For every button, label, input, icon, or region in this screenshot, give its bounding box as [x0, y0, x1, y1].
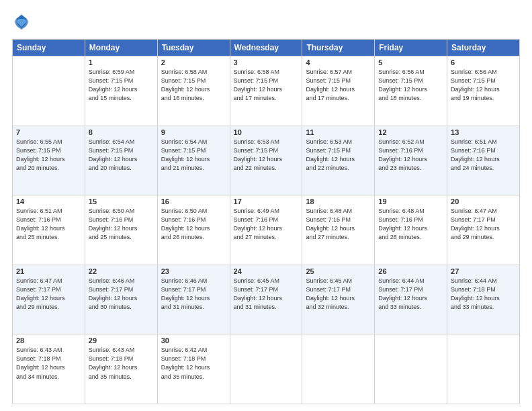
day-info: Sunrise: 6:43 AM Sunset: 7:18 PM Dayligh…: [16, 346, 81, 381]
day-number: 3: [234, 58, 299, 66]
day-info: Sunrise: 6:50 AM Sunset: 7:16 PM Dayligh…: [161, 207, 226, 242]
calendar-cell: 10Sunrise: 6:53 AM Sunset: 7:15 PM Dayli…: [230, 126, 302, 195]
col-friday: Friday: [375, 40, 447, 56]
calendar-cell: 2Sunrise: 6:58 AM Sunset: 7:15 PM Daylig…: [157, 56, 230, 126]
calendar-cell: 3Sunrise: 6:58 AM Sunset: 7:15 PM Daylig…: [230, 56, 302, 126]
calendar-cell: 19Sunrise: 6:48 AM Sunset: 7:16 PM Dayli…: [375, 195, 447, 265]
col-saturday: Saturday: [447, 40, 520, 56]
day-info: Sunrise: 6:46 AM Sunset: 7:17 PM Dayligh…: [161, 277, 226, 312]
calendar-cell: 13Sunrise: 6:51 AM Sunset: 7:16 PM Dayli…: [447, 126, 520, 195]
day-number: 6: [451, 58, 516, 66]
day-info: Sunrise: 6:45 AM Sunset: 7:17 PM Dayligh…: [306, 277, 371, 312]
calendar-cell: 5Sunrise: 6:56 AM Sunset: 7:15 PM Daylig…: [375, 56, 447, 126]
page: Sunday Monday Tuesday Wednesday Thursday…: [0, 0, 532, 411]
logo: [12, 12, 34, 31]
day-info: Sunrise: 6:57 AM Sunset: 7:15 PM Dayligh…: [306, 68, 371, 103]
calendar-cell: 16Sunrise: 6:50 AM Sunset: 7:16 PM Dayli…: [157, 195, 230, 265]
calendar-cell: 22Sunrise: 6:46 AM Sunset: 7:17 PM Dayli…: [85, 265, 157, 334]
calendar-cell: 6Sunrise: 6:56 AM Sunset: 7:15 PM Daylig…: [447, 56, 520, 126]
day-number: 29: [89, 336, 154, 345]
day-info: Sunrise: 6:58 AM Sunset: 7:15 PM Dayligh…: [234, 68, 299, 103]
calendar-cell: 14Sunrise: 6:51 AM Sunset: 7:16 PM Dayli…: [13, 195, 85, 265]
calendar-cell: 15Sunrise: 6:50 AM Sunset: 7:16 PM Dayli…: [85, 195, 157, 265]
day-number: 14: [16, 197, 81, 205]
day-number: 1: [89, 58, 154, 66]
calendar-cell: 25Sunrise: 6:45 AM Sunset: 7:17 PM Dayli…: [302, 265, 375, 334]
day-number: 9: [161, 128, 226, 136]
day-number: 8: [89, 128, 154, 136]
day-info: Sunrise: 6:54 AM Sunset: 7:15 PM Dayligh…: [161, 138, 226, 173]
day-info: Sunrise: 6:47 AM Sunset: 7:17 PM Dayligh…: [16, 277, 81, 312]
day-info: Sunrise: 6:59 AM Sunset: 7:15 PM Dayligh…: [89, 68, 154, 103]
calendar-cell: 1Sunrise: 6:59 AM Sunset: 7:15 PM Daylig…: [85, 56, 157, 126]
day-number: 15: [89, 197, 154, 205]
day-number: 4: [306, 58, 371, 66]
day-number: 30: [161, 336, 226, 345]
calendar-cell: 21Sunrise: 6:47 AM Sunset: 7:17 PM Dayli…: [13, 265, 85, 334]
day-number: 7: [16, 128, 81, 136]
calendar-cell: 11Sunrise: 6:53 AM Sunset: 7:15 PM Dayli…: [302, 126, 375, 195]
day-number: 24: [234, 267, 299, 275]
day-info: Sunrise: 6:53 AM Sunset: 7:15 PM Dayligh…: [306, 138, 371, 173]
day-number: 12: [378, 128, 443, 136]
day-number: 20: [451, 197, 516, 205]
calendar-cell: 12Sunrise: 6:52 AM Sunset: 7:16 PM Dayli…: [375, 126, 447, 195]
calendar-cell: 27Sunrise: 6:44 AM Sunset: 7:18 PM Dayli…: [447, 265, 520, 334]
day-number: 27: [451, 267, 516, 275]
calendar-cell: 26Sunrise: 6:44 AM Sunset: 7:17 PM Dayli…: [375, 265, 447, 334]
day-number: 22: [89, 267, 154, 275]
calendar-cell: [302, 334, 375, 404]
calendar-cell: 30Sunrise: 6:42 AM Sunset: 7:18 PM Dayli…: [157, 334, 230, 404]
calendar-table: Sunday Monday Tuesday Wednesday Thursday…: [12, 39, 520, 404]
week-row-4: 21Sunrise: 6:47 AM Sunset: 7:17 PM Dayli…: [13, 265, 520, 334]
day-info: Sunrise: 6:48 AM Sunset: 7:16 PM Dayligh…: [306, 207, 371, 242]
day-info: Sunrise: 6:55 AM Sunset: 7:15 PM Dayligh…: [16, 138, 81, 173]
week-row-3: 14Sunrise: 6:51 AM Sunset: 7:16 PM Dayli…: [13, 195, 520, 265]
day-number: 17: [234, 197, 299, 205]
day-info: Sunrise: 6:56 AM Sunset: 7:15 PM Dayligh…: [378, 68, 443, 103]
day-info: Sunrise: 6:44 AM Sunset: 7:18 PM Dayligh…: [451, 277, 516, 312]
day-number: 16: [161, 197, 226, 205]
col-monday: Monday: [85, 40, 157, 56]
day-number: 5: [378, 58, 443, 66]
calendar-cell: 18Sunrise: 6:48 AM Sunset: 7:16 PM Dayli…: [302, 195, 375, 265]
day-info: Sunrise: 6:50 AM Sunset: 7:16 PM Dayligh…: [89, 207, 154, 242]
calendar-cell: 23Sunrise: 6:46 AM Sunset: 7:17 PM Dayli…: [157, 265, 230, 334]
col-thursday: Thursday: [302, 40, 375, 56]
day-info: Sunrise: 6:43 AM Sunset: 7:18 PM Dayligh…: [89, 346, 154, 381]
calendar-cell: 9Sunrise: 6:54 AM Sunset: 7:15 PM Daylig…: [157, 126, 230, 195]
day-info: Sunrise: 6:51 AM Sunset: 7:16 PM Dayligh…: [16, 207, 81, 242]
day-number: 21: [16, 267, 81, 275]
day-info: Sunrise: 6:45 AM Sunset: 7:17 PM Dayligh…: [234, 277, 299, 312]
day-info: Sunrise: 6:47 AM Sunset: 7:17 PM Dayligh…: [451, 207, 516, 242]
calendar-cell: 17Sunrise: 6:49 AM Sunset: 7:16 PM Dayli…: [230, 195, 302, 265]
day-number: 11: [306, 128, 371, 136]
calendar-cell: [375, 334, 447, 404]
col-tuesday: Tuesday: [157, 40, 230, 56]
col-wednesday: Wednesday: [230, 40, 302, 56]
logo-icon: [12, 12, 31, 31]
day-number: 26: [378, 267, 443, 275]
week-row-2: 7Sunrise: 6:55 AM Sunset: 7:15 PM Daylig…: [13, 126, 520, 195]
day-info: Sunrise: 6:44 AM Sunset: 7:17 PM Dayligh…: [378, 277, 443, 312]
header-row: Sunday Monday Tuesday Wednesday Thursday…: [13, 40, 520, 56]
day-number: 23: [161, 267, 226, 275]
calendar-cell: [447, 334, 520, 404]
day-number: 18: [306, 197, 371, 205]
day-number: 28: [16, 336, 81, 345]
header: [12, 12, 520, 31]
day-info: Sunrise: 6:53 AM Sunset: 7:15 PM Dayligh…: [234, 138, 299, 173]
day-info: Sunrise: 6:54 AM Sunset: 7:15 PM Dayligh…: [89, 138, 154, 173]
day-number: 19: [378, 197, 443, 205]
week-row-5: 28Sunrise: 6:43 AM Sunset: 7:18 PM Dayli…: [13, 334, 520, 404]
week-row-1: 1Sunrise: 6:59 AM Sunset: 7:15 PM Daylig…: [13, 56, 520, 126]
calendar-cell: 20Sunrise: 6:47 AM Sunset: 7:17 PM Dayli…: [447, 195, 520, 265]
day-number: 10: [234, 128, 299, 136]
calendar-cell: 28Sunrise: 6:43 AM Sunset: 7:18 PM Dayli…: [13, 334, 85, 404]
day-info: Sunrise: 6:42 AM Sunset: 7:18 PM Dayligh…: [161, 346, 226, 381]
day-number: 25: [306, 267, 371, 275]
col-sunday: Sunday: [13, 40, 85, 56]
day-info: Sunrise: 6:48 AM Sunset: 7:16 PM Dayligh…: [378, 207, 443, 242]
calendar-cell: 24Sunrise: 6:45 AM Sunset: 7:17 PM Dayli…: [230, 265, 302, 334]
calendar-cell: 29Sunrise: 6:43 AM Sunset: 7:18 PM Dayli…: [85, 334, 157, 404]
